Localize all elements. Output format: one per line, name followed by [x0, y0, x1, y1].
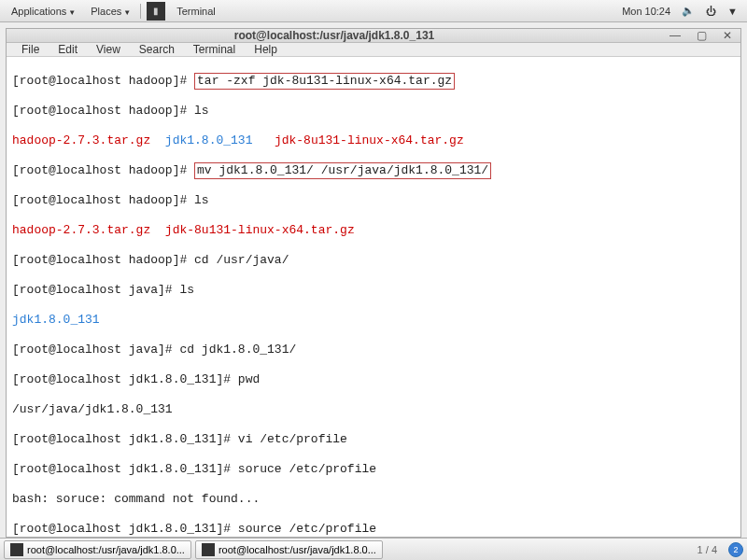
notification-tray-icon[interactable]: 2 — [728, 542, 743, 557]
clock[interactable]: Mon 10:24 — [616, 6, 676, 17]
minimize-button[interactable]: — — [668, 29, 683, 42]
close-button[interactable]: ✕ — [720, 29, 735, 42]
separator — [140, 4, 141, 19]
menubar: File Edit View Search Terminal Help — [7, 43, 740, 57]
bottom-panel: root@localhost:/usr/java/jdk1.8.0... roo… — [0, 538, 747, 560]
terminal-app-label[interactable]: Terminal — [169, 6, 223, 17]
menu-terminal[interactable]: Terminal — [184, 43, 245, 56]
applications-menu[interactable]: Applications▼ — [4, 6, 83, 17]
terminal-window: root@localhost:/usr/java/jdk1.8.0_131 — … — [6, 28, 741, 538]
user-menu-icon[interactable]: ▼ — [722, 6, 743, 17]
maximize-button[interactable]: ▢ — [694, 29, 709, 42]
window-title: root@localhost:/usr/java/jdk1.8.0_131 — [234, 29, 434, 42]
top-panel: Applications▼ Places▼ ▮ Terminal Mon 10:… — [0, 0, 747, 22]
volume-icon[interactable]: 🔈 — [676, 5, 700, 17]
taskbar-item[interactable]: root@localhost:/usr/java/jdk1.8.0... — [4, 540, 191, 559]
chevron-down-icon: ▼ — [68, 8, 76, 17]
menu-view[interactable]: View — [87, 43, 130, 56]
chevron-down-icon: ▼ — [123, 8, 131, 17]
menu-file[interactable]: File — [12, 43, 49, 56]
places-menu[interactable]: Places▼ — [83, 6, 138, 17]
titlebar[interactable]: root@localhost:/usr/java/jdk1.8.0_131 — … — [7, 29, 740, 43]
highlighted-command: tar -zxf jdk-8u131-linux-x64.tar.gz — [194, 73, 455, 90]
task-label: root@localhost:/usr/java/jdk1.8.0... — [27, 544, 185, 555]
task-label: root@localhost:/usr/java/jdk1.8.0... — [218, 544, 376, 555]
places-label: Places — [91, 6, 121, 17]
menu-help[interactable]: Help — [245, 43, 287, 56]
workspace-indicator[interactable]: 1 / 4 — [690, 544, 725, 555]
highlighted-command: mv jdk1.8.0_131/ /usr/java/jdk1.8.0_131/ — [194, 162, 491, 179]
terminal-icon — [10, 543, 23, 556]
applications-label: Applications — [11, 6, 66, 17]
menu-edit[interactable]: Edit — [49, 43, 87, 56]
terminal-content[interactable]: [root@localhost hadoop]# tar -zxf jdk-8u… — [7, 57, 740, 537]
menu-search[interactable]: Search — [130, 43, 184, 56]
power-icon[interactable]: ⏻ — [700, 6, 722, 17]
taskbar-item[interactable]: root@localhost:/usr/java/jdk1.8.0... — [195, 540, 383, 559]
terminal-icon — [202, 543, 215, 556]
terminal-icon[interactable]: ▮ — [147, 2, 165, 21]
